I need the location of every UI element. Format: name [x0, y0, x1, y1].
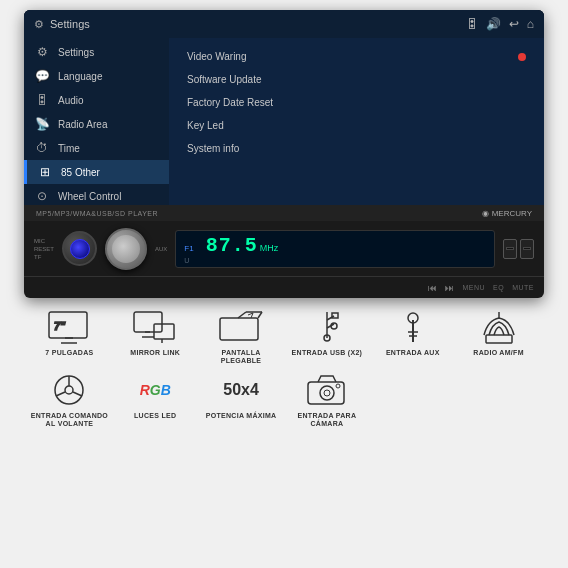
content-item-video[interactable]: Video Waring [181, 46, 532, 67]
audio-icon: 🎛 [34, 93, 50, 107]
menu-settings-label: Settings [58, 47, 94, 58]
svg-point-27 [65, 386, 73, 394]
knob-inner [70, 239, 90, 259]
content-item-software[interactable]: Software Update [181, 69, 532, 90]
mic-control: MIC [34, 238, 54, 244]
sidebar-menu: ⚙ Settings 💬 Language 🎛 Audio 📡 Radio Ar… [24, 38, 169, 205]
feature-radio: RADIO AM/FM [458, 308, 539, 366]
mic-label: MIC [34, 238, 45, 244]
menu-wheel-label: Wheel Control [58, 191, 121, 202]
content-video-label: Video Waring [187, 51, 246, 62]
menu-button[interactable]: MENU [462, 284, 485, 291]
feature-aux: ENTRADA AUX [372, 308, 453, 366]
usb-icon [302, 308, 352, 346]
menu-item-time[interactable]: ⏱ Time [24, 136, 169, 160]
mirror-label: MIRROR LINK [130, 349, 180, 357]
rgb-label: LUCES LED [134, 412, 176, 420]
mute-button[interactable]: MUTE [512, 284, 534, 291]
vol-knob-outer [105, 228, 147, 270]
menu-item-settings[interactable]: ⚙ Settings [24, 40, 169, 64]
settings-icon: ⚙ [34, 45, 50, 59]
top-bar-right: 🎛 🔊 ↩ ⌂ [466, 17, 534, 31]
usb-label: ENTRADA USB (x2) [292, 349, 363, 357]
next-button[interactable]: ⏭ [445, 283, 454, 293]
equalizer-icon: 🎛 [466, 17, 478, 31]
frequency-display: 87.5 [206, 234, 258, 257]
menu-item-audio[interactable]: 🎛 Audio [24, 88, 169, 112]
feature-rgb: RGB LUCES LED [115, 371, 196, 429]
main-container: ⚙ Settings 🎛 🔊 ↩ ⌂ ⚙ Settings [0, 0, 568, 568]
other-icon: ⊞ [37, 165, 53, 179]
freq-unit: MHz [260, 243, 279, 253]
menu-item-language[interactable]: 💬 Language [24, 64, 169, 88]
volume-knob[interactable] [105, 228, 147, 270]
mercury-icon: ◉ [482, 209, 489, 218]
pantalla-label: PANTALLA PLEGABLE [201, 349, 282, 366]
knob-outer [62, 231, 97, 266]
content-software-label: Software Update [187, 74, 262, 85]
red-dot-indicator [518, 53, 526, 61]
usb-ports [503, 239, 534, 259]
display-freq-row: F1 87.5 MHz [184, 234, 486, 257]
content-keyled-label: Key Led [187, 120, 224, 131]
svg-rect-4 [134, 312, 162, 332]
top-bar: ⚙ Settings 🎛 🔊 ↩ ⌂ [24, 10, 544, 38]
wheel-icon: ⊙ [34, 189, 50, 203]
right-controls [503, 239, 534, 259]
svg-rect-15 [332, 313, 338, 318]
feature-usb: ENTRADA USB (x2) [287, 308, 368, 366]
feature-pantalla: PANTALLA PLEGABLE [201, 308, 282, 366]
camera-label: ENTRADA PARA CÁMARA [287, 412, 368, 429]
radio-label: RADIO AM/FM [473, 349, 523, 357]
content-sysinfo-label: System info [187, 143, 239, 154]
vol-knob-inner [112, 235, 140, 263]
volume-icon: 🔊 [486, 17, 501, 31]
menu-item-other[interactable]: ⊞ 85 Other [24, 160, 169, 184]
svg-point-32 [320, 386, 334, 400]
svg-text:7": 7" [54, 320, 66, 332]
language-icon: 💬 [34, 69, 50, 83]
menu-item-wheel[interactable]: ⊙ Wheel Control [24, 184, 169, 208]
usb-slot-2 [523, 247, 531, 250]
svg-rect-9 [220, 318, 258, 340]
back-icon: ↩ [509, 17, 519, 31]
tf-label: TF [34, 254, 41, 260]
svg-point-33 [324, 390, 330, 396]
reset-control: RESET [34, 246, 54, 252]
camera-icon [302, 371, 352, 409]
mercury-brand: ◉ MERCURY [482, 209, 532, 218]
svg-line-30 [73, 392, 82, 396]
mercury-text: MERCURY [492, 209, 532, 218]
usb-port-1[interactable] [503, 239, 517, 259]
svg-line-10 [238, 312, 246, 318]
screen-7-icon: 7" [44, 308, 94, 346]
content-item-keyled[interactable]: Key Led [181, 115, 532, 136]
steering-icon [44, 371, 94, 409]
left-controls: MIC RESET TF [34, 238, 54, 260]
svg-rect-31 [308, 382, 344, 404]
player-label-text: MP5/MP3/WMA&USB/SD PLAYER [36, 210, 158, 217]
device-shell: ⚙ Settings 🎛 🔊 ↩ ⌂ ⚙ Settings [24, 10, 544, 298]
usb-port-2[interactable] [520, 239, 534, 259]
mode-knob[interactable] [62, 231, 97, 266]
control-row: MIC RESET TF [24, 221, 544, 276]
menu-item-radio[interactable]: 📡 Radio Area [24, 112, 169, 136]
prev-button[interactable]: ⏮ [428, 283, 437, 293]
feature-steering: ENTRADA COMANDO AL VOLANTE [29, 371, 110, 429]
content-item-sysinfo[interactable]: System info [181, 138, 532, 159]
eq-button[interactable]: EQ [493, 284, 504, 291]
freq-channel-label: F1 [184, 244, 193, 253]
menu-language-label: Language [58, 71, 103, 82]
svg-rect-24 [486, 335, 512, 343]
potencia-text: 50x4 [223, 381, 259, 399]
feature-potencia: 50x4 POTENCIA MÁXIMA [201, 371, 282, 429]
display-info: U [184, 257, 486, 264]
menu-audio-label: Audio [58, 95, 84, 106]
aux-entry-label: ENTRADA AUX [386, 349, 440, 357]
potencia-icon: 50x4 [216, 371, 266, 409]
steering-label: ENTRADA COMANDO AL VOLANTE [29, 412, 110, 429]
content-item-factory[interactable]: Factory Date Reset [181, 92, 532, 113]
rgb-icon: RGB [130, 371, 180, 409]
feature-pulgadas: 7" 7 PULGADAS [29, 308, 110, 366]
svg-line-12 [258, 312, 262, 318]
